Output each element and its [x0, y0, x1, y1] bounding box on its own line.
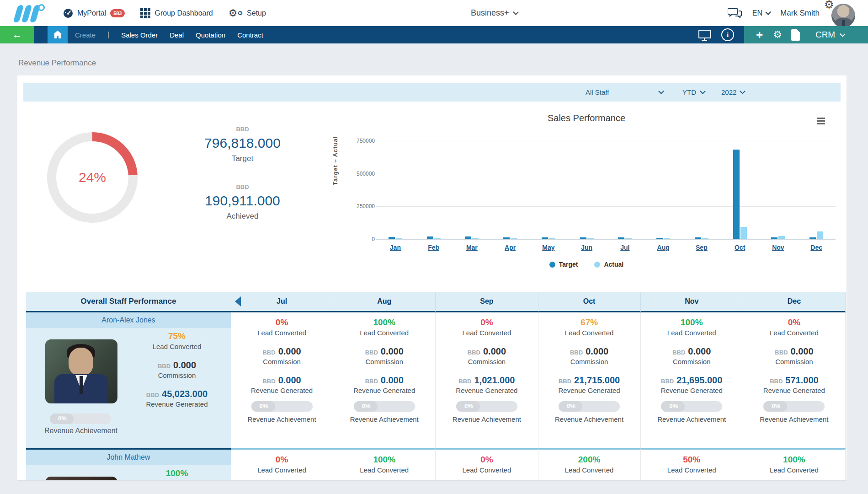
add-icon[interactable]: + — [756, 30, 763, 39]
user-avatar-wrap[interactable]: ⚙ — [830, 2, 855, 27]
nav-sales-order[interactable]: Sales Order — [121, 31, 158, 39]
column-label: Sep — [480, 297, 493, 306]
currency-label: BBD — [458, 378, 471, 385]
module-navbar: ← Create | Sales Order Deal Quotation Co… — [0, 26, 868, 43]
month-cell-nov: 50%Lead Converted — [641, 448, 743, 480]
month-link[interactable]: Oct — [722, 244, 758, 251]
actual-bar[interactable] — [664, 238, 670, 239]
header-right: EN Mark Smith ⚙ — [728, 0, 855, 26]
scroll-left-icon[interactable] — [235, 296, 241, 306]
brand-logo[interactable] — [14, 4, 46, 23]
target-label: Target — [168, 154, 317, 163]
month-link[interactable]: Jan — [377, 244, 414, 251]
column-label: Nov — [685, 297, 698, 306]
lead-label: Lead Converted — [436, 328, 538, 338]
module-dropdown[interactable]: CRM — [815, 30, 845, 40]
legend-item-target[interactable]: Target — [549, 261, 578, 268]
target-bar[interactable] — [389, 237, 395, 239]
nav-quotation[interactable]: Quotation — [196, 31, 225, 39]
target-bar[interactable] — [618, 237, 624, 239]
month-link[interactable]: Apr — [492, 244, 528, 251]
lead-percent: 75% — [131, 331, 223, 342]
currency-label: BBD — [262, 349, 275, 356]
target-bar[interactable] — [695, 237, 701, 239]
actual-bar[interactable] — [817, 231, 823, 239]
target-bar[interactable] — [542, 237, 548, 239]
y-tick-label: 500000 — [354, 171, 375, 177]
staff-performance-table: Overall Staff Performance JulAugSepOctNo… — [26, 292, 846, 480]
money-line: BBD0.000 — [436, 346, 538, 357]
currency-label: BBD — [158, 363, 170, 370]
month-link[interactable]: Sep — [683, 244, 720, 251]
money-label: Commission — [436, 357, 538, 367]
achievement-label: Revenue Achievement — [231, 414, 333, 424]
document-icon[interactable] — [791, 29, 800, 41]
nav-group-dashboard[interactable]: Group Dashboard — [140, 8, 213, 18]
nav-setup[interactable]: ⚙⚙ Setup — [229, 9, 266, 18]
achievement-progress: 0% — [251, 401, 313, 412]
actual-bar[interactable] — [511, 238, 517, 239]
target-bar[interactable] — [580, 237, 586, 239]
module-zone: + ⚙ CRM — [744, 26, 868, 43]
nav-contract[interactable]: Contract — [237, 31, 263, 39]
currency-label: BBD — [365, 378, 378, 385]
actual-bar[interactable] — [587, 238, 594, 239]
filter-dropdown-1[interactable]: YTD — [682, 83, 705, 102]
language-dropdown[interactable]: EN — [752, 9, 770, 17]
target-bar[interactable] — [503, 237, 510, 239]
staff-summary: 75%Lead ConvertedBBD0.000CommissionBBD45… — [131, 331, 223, 409]
month-cell-jul: 0%Lead ConvertedBBD0.000CommissionBBD0.0… — [231, 312, 333, 448]
month-link[interactable]: Dec — [798, 244, 835, 251]
staff-panel: Aron-Alex Jones75%Lead ConvertedBBD0.000… — [26, 312, 231, 448]
actual-bar[interactable] — [472, 238, 479, 239]
target-bar[interactable] — [427, 236, 433, 239]
month-link[interactable]: Jun — [569, 244, 605, 251]
actual-bar[interactable] — [740, 227, 747, 239]
lead-label: Lead Converted — [538, 328, 640, 338]
legend-dot — [594, 262, 600, 268]
chart-y-axis-title: Target – Actual — [332, 136, 339, 185]
plan-dropdown[interactable]: Business+ — [471, 0, 518, 26]
money-value: 1,021.000 — [474, 375, 515, 385]
actual-bar[interactable] — [625, 238, 632, 239]
month-link[interactable]: Mar — [453, 244, 490, 251]
month-link[interactable]: Feb — [415, 244, 452, 251]
nav-deal[interactable]: Deal — [170, 31, 184, 39]
money-line: BBD0.000 — [333, 346, 435, 357]
monitor-icon[interactable] — [698, 30, 710, 40]
actual-bar[interactable] — [434, 238, 441, 239]
month-link[interactable]: May — [530, 244, 567, 251]
create-label[interactable]: Create — [75, 31, 96, 39]
target-bar[interactable] — [465, 236, 471, 239]
month-link[interactable]: Jul — [607, 244, 643, 251]
filter-dropdown-0[interactable]: All Staff — [586, 83, 663, 102]
month-link[interactable]: Aug — [645, 244, 682, 251]
target-bar[interactable] — [809, 237, 816, 239]
actual-bar[interactable] — [778, 236, 785, 239]
divider: | — [107, 31, 109, 39]
actual-bar[interactable] — [702, 238, 708, 239]
home-button[interactable] — [48, 26, 68, 43]
nav-myportal[interactable]: MyPortal 583 — [63, 8, 125, 18]
filter-dropdown-2[interactable]: 2022 — [721, 83, 745, 102]
actual-bar[interactable] — [549, 238, 555, 239]
chevron-down-icon — [740, 88, 746, 94]
target-bar[interactable] — [656, 238, 663, 239]
progress-percent: 0% — [260, 403, 268, 409]
month-link[interactable]: Nov — [760, 244, 796, 251]
target-bar[interactable] — [771, 237, 777, 239]
chat-icon[interactable] — [728, 7, 742, 19]
settings-gear-icon[interactable]: ⚙ — [824, 0, 834, 11]
module-gear-icon[interactable]: ⚙ — [773, 29, 782, 41]
gears-icon: ⚙⚙ — [229, 9, 243, 18]
legend-item-actual[interactable]: Actual — [594, 261, 623, 268]
info-icon[interactable]: i — [721, 28, 734, 41]
target-bar[interactable] — [733, 150, 740, 239]
column-label: Aug — [377, 297, 391, 306]
achievement-label: Revenue Achievement — [35, 427, 127, 435]
actual-bar[interactable] — [396, 238, 402, 239]
chart-menu-icon[interactable] — [817, 118, 825, 126]
myportal-count-badge: 583 — [110, 9, 125, 17]
staff-panel: John Mathew100%Lead Converted — [26, 448, 231, 480]
back-button[interactable]: ← — [0, 26, 34, 43]
